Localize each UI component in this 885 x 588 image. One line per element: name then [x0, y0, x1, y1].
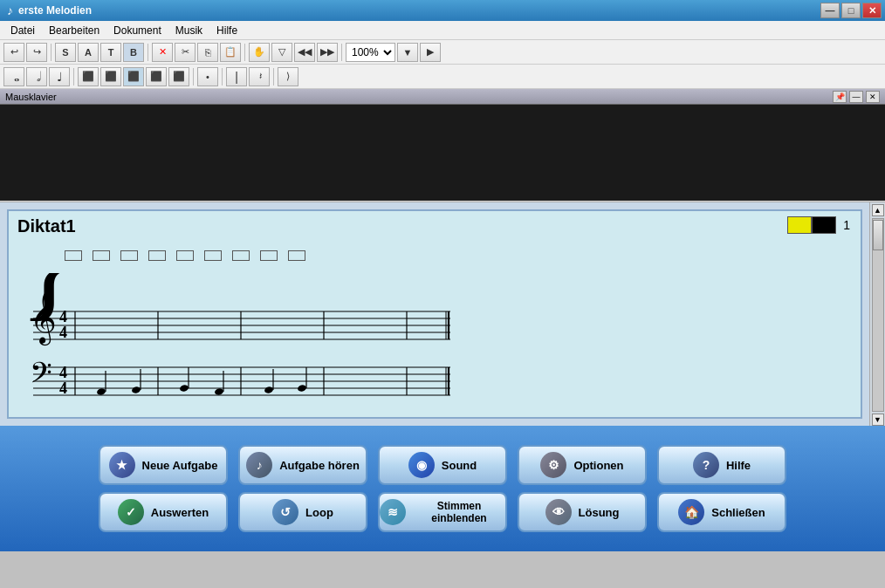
- note-placeholder-3: [120, 250, 138, 261]
- sound-label: Sound: [442, 459, 477, 472]
- auswerten-button[interactable]: ✓ Auswerten: [99, 492, 228, 532]
- undo-button[interactable]: ↩: [3, 43, 24, 62]
- menu-hilfe[interactable]: Hilfe: [209, 23, 244, 38]
- barline-btn[interactable]: |: [226, 67, 247, 86]
- note-placeholder-4: [148, 250, 166, 261]
- separator-3: [244, 44, 245, 61]
- svg-text:𝄢: 𝄢: [30, 357, 52, 396]
- menu-bearbeiten[interactable]: Bearbeiten: [42, 23, 106, 38]
- sound-button[interactable]: ◉ Sound: [378, 445, 507, 485]
- color-box-yellow[interactable]: [787, 216, 812, 234]
- button-row-2: ✓ Auswerten ↺ Loop ≋ Stimmen einblenden …: [99, 492, 786, 532]
- title-bar: ♪ erste Melodien — □ ✕: [0, 0, 885, 21]
- piano-close-button[interactable]: ✕: [866, 91, 880, 103]
- hilfe-label: Hilfe: [726, 459, 751, 472]
- auswerten-icon: ✓: [118, 499, 144, 525]
- sheet-page-number: 1: [843, 218, 850, 232]
- zoom-extra[interactable]: ▶: [420, 43, 441, 62]
- note-placeholder-row: [9, 245, 861, 266]
- aufgabe-horen-button[interactable]: ♪ Aufgabe hören: [238, 445, 367, 485]
- tb-t-button[interactable]: T: [100, 43, 121, 62]
- losung-icon: 👁: [545, 499, 572, 525]
- schliessen-label: Schließen: [711, 506, 765, 519]
- whole-note-btn[interactable]: 𝅝: [3, 67, 24, 86]
- svg-point-23: [96, 387, 106, 395]
- loop-icon: ↺: [272, 499, 298, 525]
- svg-point-31: [264, 386, 273, 393]
- note-placeholder-6: [204, 250, 222, 261]
- tb-b-button[interactable]: B: [123, 43, 144, 62]
- optionen-label: Optionen: [573, 459, 623, 472]
- note-placeholder-8: [260, 250, 278, 261]
- paste-button[interactable]: 📋: [220, 43, 241, 62]
- rest-btn[interactable]: 𝄽: [249, 67, 270, 86]
- vol-down-button[interactable]: ◀◀: [294, 43, 315, 62]
- sound-icon: ◉: [408, 452, 435, 478]
- align-center-btn[interactable]: ⬛: [100, 67, 121, 86]
- dot-btn[interactable]: •: [197, 67, 218, 86]
- align-left-btn[interactable]: ⬛: [78, 67, 99, 86]
- note-placeholder-1: [65, 250, 82, 261]
- tb-a-button[interactable]: A: [78, 43, 99, 62]
- piano-pin-button[interactable]: 📌: [833, 91, 847, 103]
- copy-button[interactable]: ⎘: [197, 43, 218, 62]
- svg-point-29: [214, 387, 223, 395]
- scroll-up-button[interactable]: ▲: [872, 204, 884, 216]
- half-note-btn[interactable]: 𝅗𝅥: [26, 67, 47, 86]
- scroll-down-button[interactable]: ▼: [872, 414, 884, 426]
- filter-button[interactable]: ▽: [271, 43, 292, 62]
- note-placeholder-5: [176, 250, 194, 261]
- cut-button[interactable]: ✂: [175, 43, 196, 62]
- align-right-btn[interactable]: ⬛: [123, 67, 144, 86]
- stimmen-icon: ≋: [380, 499, 406, 525]
- optionen-button[interactable]: ⚙ Optionen: [518, 445, 647, 485]
- hand-button[interactable]: ✋: [249, 43, 270, 62]
- neue-aufgabe-label: Neue Aufgabe: [142, 459, 218, 472]
- button-row-1: ★ Neue Aufgabe ♪ Aufgabe hören ◉ Sound ⚙…: [99, 445, 786, 485]
- piano-label: Mausklavier: [5, 92, 57, 102]
- menu-datei[interactable]: Datei: [3, 23, 42, 38]
- zoom-arrow[interactable]: ▼: [397, 43, 418, 62]
- schliessen-icon: 🏠: [678, 499, 704, 525]
- separator-8: [273, 68, 274, 85]
- minimize-button[interactable]: —: [820, 3, 840, 18]
- menu-musik[interactable]: Musik: [168, 23, 209, 38]
- tb-s-button[interactable]: S: [55, 43, 76, 62]
- menu-dokument[interactable]: Dokument: [106, 23, 168, 38]
- bottom-area: ★ Neue Aufgabe ♪ Aufgabe hören ◉ Sound ⚙…: [0, 426, 885, 551]
- color-box-black[interactable]: [812, 216, 836, 234]
- extra2-btn[interactable]: ⟩: [278, 67, 298, 86]
- separator-4: [341, 44, 342, 61]
- optionen-icon: ⚙: [540, 452, 566, 478]
- neue-aufgabe-icon: ★: [109, 452, 135, 478]
- losung-button[interactable]: 👁 Lösung: [518, 492, 647, 532]
- piano-minimize-button[interactable]: —: [849, 91, 863, 103]
- stimmen-einblenden-button[interactable]: ≋ Stimmen einblenden: [378, 492, 507, 532]
- loop-button[interactable]: ↺ Loop: [238, 492, 367, 532]
- delete-button[interactable]: ✕: [152, 43, 173, 62]
- hilfe-icon: ?: [693, 452, 719, 478]
- scrollbar: ▲ ▼: [869, 202, 885, 426]
- bass-staff: 𝄢 4 4: [23, 273, 450, 397]
- quarter-note-btn[interactable]: ♩: [49, 67, 70, 86]
- extra-btn[interactable]: ⬛: [168, 67, 189, 86]
- sheet-panel: Diktat1 1 𝄞 4 4: [7, 209, 862, 419]
- scroll-track: [872, 218, 884, 412]
- hilfe-button[interactable]: ? Hilfe: [657, 445, 786, 485]
- zoom-select[interactable]: 100% 75% 125% 150%: [346, 43, 395, 62]
- aufgabe-horen-label: Aufgabe hören: [279, 459, 360, 472]
- piano-header-controls: 📌 — ✕: [833, 91, 880, 103]
- piano-panel: Mausklavier 📌 — ✕: [0, 89, 885, 202]
- vol-up-button[interactable]: ▶▶: [317, 43, 338, 62]
- note-placeholder-9: [288, 250, 305, 261]
- redo-button[interactable]: ↪: [26, 43, 47, 62]
- align-justify-btn[interactable]: ⬛: [146, 67, 167, 86]
- close-button[interactable]: ✕: [862, 3, 882, 18]
- neue-aufgabe-button[interactable]: ★ Neue Aufgabe: [99, 445, 228, 485]
- separator-6: [193, 68, 194, 85]
- restore-button[interactable]: □: [841, 3, 861, 18]
- piano-keys: // We'll draw this via JS after load: [0, 105, 885, 201]
- schliessen-button[interactable]: 🏠 Schließen: [657, 492, 786, 532]
- scroll-thumb[interactable]: [873, 220, 883, 250]
- piano-header: Mausklavier 📌 — ✕: [0, 89, 885, 105]
